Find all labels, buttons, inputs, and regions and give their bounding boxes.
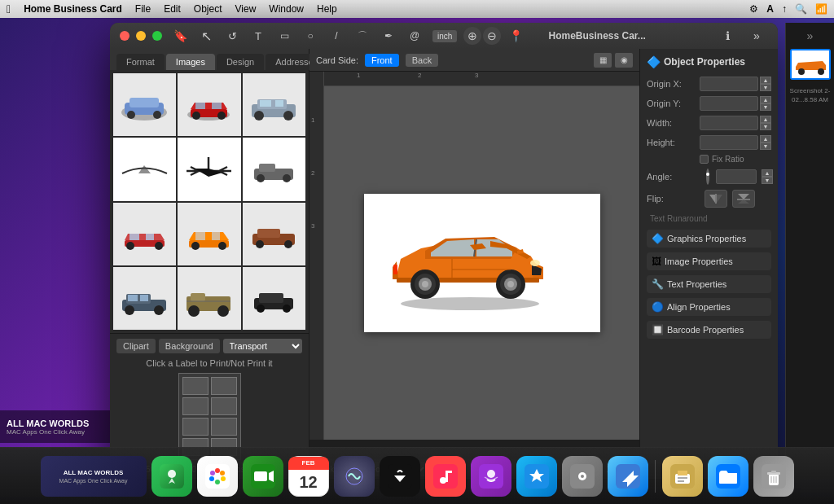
oval-tool[interactable]: ○ [299,27,322,45]
menu-view[interactable]: View [235,3,257,15]
text-properties-section[interactable]: 🔧 Text Properties [647,275,771,293]
back-button[interactable]: Back [406,54,438,67]
dock-settings[interactable] [562,456,603,497]
origin-x-down[interactable]: ▼ [760,84,771,91]
maximize-button[interactable] [152,31,162,41]
thumbnail-image[interactable] [790,49,831,80]
rect-tool[interactable]: ▭ [273,27,296,45]
height-input[interactable] [700,135,758,150]
gear-icon[interactable]: ⚙ [749,3,758,15]
width-down[interactable]: ▼ [760,123,771,130]
label-cell[interactable] [182,418,208,436]
car-image[interactable] [380,210,560,316]
dock-appstore[interactable] [516,456,557,497]
menu-file[interactable]: File [135,3,151,15]
image-item[interactable] [178,267,240,330]
tab-format[interactable]: Format [116,54,165,70]
height-up[interactable]: ▲ [760,135,771,142]
dock-siri[interactable] [334,456,375,497]
menu-object[interactable]: Object [194,3,222,15]
image-item[interactable] [178,138,240,200]
dock-calendar[interactable]: FEB 12 [288,456,329,497]
pen-tool[interactable]: ✒ [377,27,400,45]
height-stepper[interactable]: ▲ ▼ [760,135,771,150]
dock-print[interactable] [662,456,703,497]
menu-edit[interactable]: Edit [164,3,181,15]
origin-x-up[interactable]: ▲ [760,77,771,84]
image-item[interactable] [113,203,176,265]
dock-photos[interactable] [197,456,238,497]
apple-menu[interactable]:  [7,2,11,15]
dock-blue-folder[interactable] [708,456,748,497]
bookmark-icon[interactable]: 🔖 [169,27,191,45]
label-cell[interactable] [182,377,208,395]
origin-y-stepper[interactable]: ▲ ▼ [760,96,771,111]
wifi-icon[interactable]: 📶 [815,3,827,15]
single-view-button[interactable]: ◉ [615,53,633,68]
cursor-tool[interactable]: ↖ [195,27,217,45]
origin-y-input[interactable] [700,96,758,111]
image-item[interactable] [113,267,176,330]
image-item[interactable] [243,138,305,200]
dock-music[interactable] [425,456,466,497]
image-item[interactable] [243,267,305,330]
text-tool[interactable]: T [247,27,270,45]
line-tool[interactable]: / [325,27,348,45]
angle-down[interactable]: ▼ [762,177,773,184]
tab-design[interactable]: Design [217,54,264,70]
origin-x-input[interactable] [700,77,758,91]
background-button[interactable]: Background [159,339,220,353]
flip-vertical-button[interactable] [732,190,755,208]
graphics-properties-section[interactable]: 🔷 Graphics Properties [647,230,771,248]
dock-maps[interactable] [151,456,192,497]
zoom-in-button[interactable]: ⊕ [463,27,481,45]
label-cell[interactable] [182,397,208,415]
clipart-button[interactable]: Clipart [116,339,156,353]
origin-x-stepper[interactable]: ▲ ▼ [760,77,771,91]
align-properties-section[interactable]: 🔵 Align Properties [647,298,771,316]
category-select[interactable]: Transport [223,339,302,353]
image-item[interactable] [178,203,240,265]
origin-y-down[interactable]: ▼ [760,103,771,111]
width-stepper[interactable]: ▲ ▼ [760,116,771,130]
barcode-properties-section[interactable]: 🔲 Barcode Properties [647,321,771,339]
dock-podcasts[interactable] [471,456,511,497]
search-icon[interactable]: 🔍 [795,3,807,15]
dock-facetime[interactable] [243,456,283,497]
bezier-tool[interactable]: ⌒ [351,27,374,45]
label-cell[interactable] [211,377,237,395]
expand-icon[interactable]: » [745,27,768,45]
origin-y-up[interactable]: ▲ [760,96,771,103]
info-icon[interactable]: ℹ [716,27,739,45]
width-input[interactable] [700,116,758,130]
image-item[interactable] [243,203,305,265]
angle-input[interactable] [716,169,757,184]
airdrop-icon[interactable]: ↑ [782,3,787,15]
angle-stepper[interactable]: ▲ ▼ [762,169,773,184]
width-up[interactable]: ▲ [760,116,771,123]
angle-dial[interactable] [706,169,709,185]
angle-up[interactable]: ▲ [762,169,773,177]
canvas-content[interactable] [324,86,639,440]
expand-panel-button[interactable]: » [807,29,814,42]
front-button[interactable]: Front [365,54,399,67]
flip-horizontal-button[interactable] [705,190,727,208]
menu-help[interactable]: Help [317,3,337,15]
email-tool[interactable]: @ [403,27,426,45]
image-item[interactable] [178,73,240,136]
image-item[interactable] [113,73,176,136]
menu-app-name[interactable]: Home Business Card [24,3,122,15]
image-item[interactable] [243,73,305,136]
card-canvas[interactable] [364,194,600,332]
height-down[interactable]: ▼ [760,142,771,150]
dock-testflight[interactable] [608,456,648,497]
close-button[interactable] [120,31,129,41]
rotate-tool[interactable]: ↺ [221,27,244,45]
minimize-button[interactable] [136,31,146,41]
tab-images[interactable]: Images [166,54,215,70]
grid-view-button[interactable]: ▦ [594,53,612,68]
fix-ratio-checkbox[interactable] [700,155,709,164]
label-cell[interactable] [211,418,237,436]
dock-appletv[interactable] [380,456,420,497]
label-cell[interactable] [211,397,237,415]
